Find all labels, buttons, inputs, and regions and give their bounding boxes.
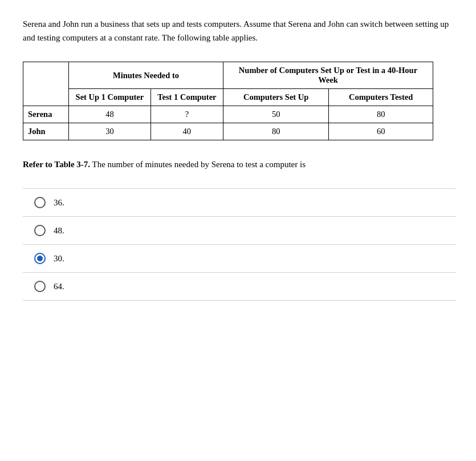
subheader-computers-setup: Computers Set Up (223, 89, 328, 106)
intro-paragraph: Serena and John run a business that sets… (23, 17, 453, 45)
option-row[interactable]: 30. (23, 245, 456, 273)
table-cell-setup: 30 (69, 123, 151, 140)
row-person-name: Serena (23, 106, 69, 123)
subheader-computers-tested: Computers Tested (329, 89, 433, 106)
table-cell-computers_setup: 80 (223, 123, 328, 140)
header-number-computers: Number of Computers Set Up or Test in a … (223, 62, 433, 89)
table-cell-setup: 48 (69, 106, 151, 123)
option-row[interactable]: 48. (23, 217, 456, 245)
radio-button-0[interactable] (34, 197, 46, 208)
radio-button-1[interactable] (34, 225, 46, 236)
subheader-test-computer: Test 1 Computer (150, 89, 223, 106)
table-cell-test: 40 (150, 123, 223, 140)
table-cell-computers_tested: 60 (329, 123, 433, 140)
radio-inner-2 (37, 256, 43, 261)
table-cell-computers_tested: 80 (329, 106, 433, 123)
radio-button-3[interactable] (34, 281, 46, 292)
subheader-setup-computer: Set Up 1 Computer (69, 89, 151, 106)
option-label-3: 64. (54, 282, 64, 292)
data-table: Minutes Needed to Number of Computers Se… (23, 62, 453, 140)
table-row: Serena48?5080 (23, 106, 433, 123)
answer-options: 36.48.30.64. (23, 188, 456, 301)
option-label-1: 48. (54, 226, 64, 236)
radio-button-2[interactable] (34, 253, 46, 264)
table-cell-computers_setup: 50 (223, 106, 328, 123)
option-label-2: 30. (54, 254, 64, 264)
option-row[interactable]: 64. (23, 273, 456, 301)
table-corner-cell (23, 62, 69, 106)
row-person-name: John (23, 123, 69, 140)
question-reference: Refer to Table 3-7. (23, 160, 90, 169)
question-body-text: The number of minutes needed by Serena t… (92, 160, 306, 169)
option-label-0: 36. (54, 198, 64, 208)
header-minutes-needed: Minutes Needed to (69, 62, 223, 89)
table-row: John30408060 (23, 123, 433, 140)
table-cell-test: ? (150, 106, 223, 123)
option-row[interactable]: 36. (23, 188, 456, 217)
question-text: Refer to Table 3-7. The number of minute… (23, 157, 453, 171)
